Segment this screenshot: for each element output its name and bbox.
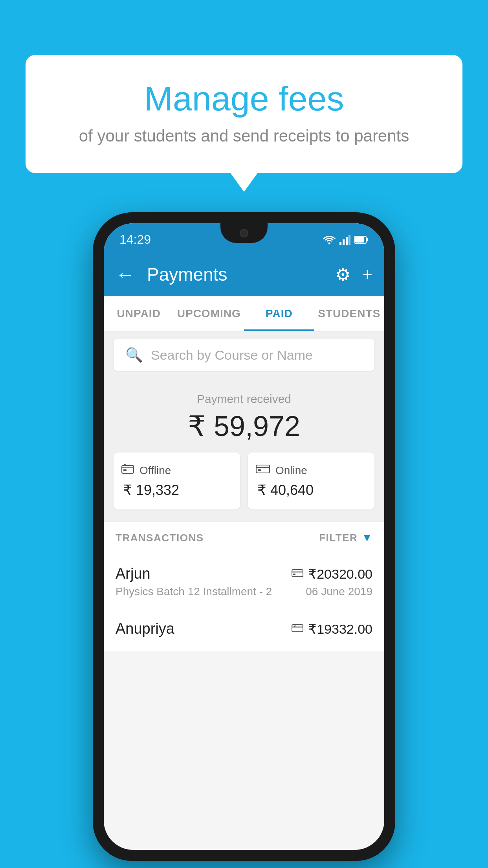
phone-outer: 14:29 <box>93 212 395 861</box>
payment-received-label: Payment received <box>114 392 374 406</box>
settings-button[interactable]: ⚙ <box>335 265 350 285</box>
app-bar: ← Payments ⚙ + <box>104 253 384 296</box>
svg-rect-18 <box>293 574 295 575</box>
online-icon <box>256 463 270 477</box>
speech-bubble-title: Manage fees <box>57 79 431 119</box>
online-label: Online <box>275 464 307 477</box>
search-icon: 🔍 <box>125 347 143 363</box>
payment-total-amount: ₹ 59,972 <box>114 410 374 443</box>
offline-card-header: Offline <box>121 463 171 477</box>
svg-rect-16 <box>292 570 303 577</box>
svg-rect-10 <box>123 469 127 471</box>
transaction-row-anupriya[interactable]: Anupriya ₹19332.00 <box>104 609 384 651</box>
transaction-course-arjun: Physics Batch 12 Installment - 2 <box>116 585 272 598</box>
phone-screen: 14:29 <box>104 223 384 850</box>
transaction-top-anupriya: Anupriya ₹19332.00 <box>116 620 372 637</box>
speech-bubble-subtitle: of your students and send receipts to pa… <box>57 127 431 145</box>
battery-icon <box>354 235 369 244</box>
transaction-bottom-arjun: Physics Batch 12 Installment - 2 06 June… <box>116 585 372 598</box>
svg-rect-4 <box>349 235 350 245</box>
phone-device: 14:29 <box>93 212 395 861</box>
transactions-header: TRANSACTIONS FILTER ▼ <box>104 521 384 554</box>
payment-summary: Payment received ₹ 59,972 <box>104 379 384 521</box>
offline-label: Offline <box>139 464 171 477</box>
svg-rect-7 <box>355 237 364 243</box>
transaction-name-anupriya: Anupriya <box>116 620 174 637</box>
add-button[interactable]: + <box>362 265 372 284</box>
transaction-amount-value-arjun: ₹20320.00 <box>308 566 372 582</box>
signal-icon <box>339 235 350 245</box>
transaction-row-arjun[interactable]: Arjun ₹20320.00 <box>104 554 384 609</box>
speech-bubble: Manage fees of your students and send re… <box>26 55 462 173</box>
tabs-container: UNPAID UPCOMING PAID STUDENTS <box>104 296 384 331</box>
online-card-header: Online <box>256 463 307 477</box>
online-payment-card: Online ₹ 40,640 <box>248 452 374 509</box>
search-bar[interactable]: 🔍 Search by Course or Name <box>114 339 374 371</box>
wifi-icon <box>323 235 336 245</box>
svg-rect-1 <box>339 242 341 245</box>
transaction-name-arjun: Arjun <box>116 565 150 582</box>
transaction-amount-anupriya: ₹19332.00 <box>292 621 372 637</box>
tab-paid[interactable]: PAID <box>244 296 314 331</box>
back-button[interactable]: ← <box>116 263 135 286</box>
svg-rect-6 <box>367 238 368 241</box>
filter-label: FILTER <box>319 532 358 544</box>
transaction-date-arjun: 06 June 2019 <box>306 585 372 598</box>
transaction-amount-arjun: ₹20320.00 <box>292 566 372 582</box>
offline-icon <box>121 463 134 477</box>
svg-rect-13 <box>256 465 270 473</box>
tab-students[interactable]: STUDENTS <box>314 296 385 331</box>
status-time: 14:29 <box>119 232 151 247</box>
transaction-top-arjun: Arjun ₹20320.00 <box>116 565 372 582</box>
tab-unpaid[interactable]: UNPAID <box>104 296 174 331</box>
speech-bubble-container: Manage fees of your students and send re… <box>26 55 462 173</box>
payment-cards: Offline ₹ 19,332 <box>114 452 374 509</box>
svg-rect-19 <box>292 625 303 632</box>
svg-rect-2 <box>343 239 345 245</box>
svg-rect-15 <box>258 469 261 471</box>
search-input[interactable]: Search by Course or Name <box>151 348 313 363</box>
notch-camera <box>240 229 248 237</box>
status-icons <box>323 235 369 245</box>
svg-rect-8 <box>122 465 134 473</box>
tab-upcoming[interactable]: UPCOMING <box>174 296 244 331</box>
transactions-label: TRANSACTIONS <box>116 532 204 544</box>
offline-amount: ₹ 19,332 <box>121 482 179 498</box>
offline-payment-card: Offline ₹ 19,332 <box>114 452 240 509</box>
search-container: 🔍 Search by Course or Name <box>104 331 384 379</box>
phone-notch <box>220 223 268 243</box>
online-amount: ₹ 40,640 <box>256 482 314 498</box>
app-bar-actions: ⚙ + <box>335 265 372 285</box>
svg-rect-3 <box>346 237 348 245</box>
filter-container[interactable]: FILTER ▼ <box>319 531 372 544</box>
filter-icon: ▼ <box>361 531 372 544</box>
svg-point-0 <box>328 242 330 244</box>
transaction-type-icon-arjun <box>292 569 303 579</box>
transaction-amount-value-anupriya: ₹19332.00 <box>308 621 372 637</box>
app-bar-title: Payments <box>147 264 327 285</box>
transaction-type-icon-anupriya <box>292 624 303 634</box>
